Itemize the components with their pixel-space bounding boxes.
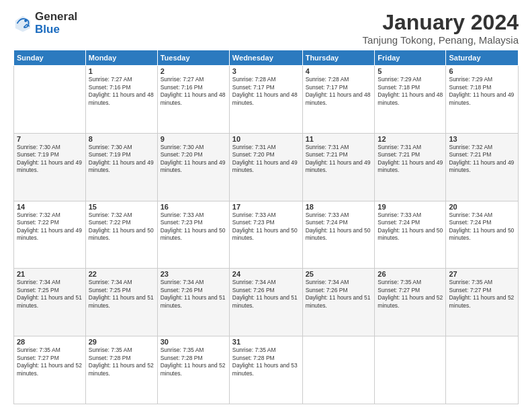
- day-info: Sunrise: 7:33 AMSunset: 7:24 PMDaylight:…: [306, 212, 372, 242]
- calendar-cell: 8Sunrise: 7:30 AMSunset: 7:19 PMDaylight…: [85, 133, 157, 201]
- day-info: Sunrise: 7:31 AMSunset: 7:21 PMDaylight:…: [378, 144, 443, 175]
- calendar-cell: 20Sunrise: 7:34 AMSunset: 7:24 PMDayligh…: [446, 201, 519, 269]
- day-number: 2: [161, 67, 226, 75]
- day-info: Sunrise: 7:31 AMSunset: 7:21 PMDaylight:…: [306, 144, 372, 175]
- logo-text: General Blue: [35, 11, 77, 36]
- day-number: 4: [306, 67, 372, 75]
- day-info: Sunrise: 7:30 AMSunset: 7:19 PMDaylight:…: [17, 144, 83, 175]
- day-number: 14: [17, 203, 83, 211]
- day-number: 10: [232, 135, 300, 143]
- day-number: 15: [89, 203, 154, 211]
- calendar-cell: 28Sunrise: 7:35 AMSunset: 7:27 PMDayligh…: [14, 336, 86, 404]
- calendar-cell: [302, 336, 375, 404]
- page: General Blue January 2024 Tanjung Tokong…: [0, 0, 532, 411]
- day-number: 30: [161, 338, 226, 346]
- calendar-cell: [375, 336, 446, 404]
- day-number: 5: [378, 67, 443, 75]
- calendar-cell: 17Sunrise: 7:33 AMSunset: 7:23 PMDayligh…: [229, 201, 302, 269]
- calendar-cell: 29Sunrise: 7:35 AMSunset: 7:28 PMDayligh…: [85, 336, 157, 404]
- calendar-cell: 25Sunrise: 7:34 AMSunset: 7:26 PMDayligh…: [302, 269, 375, 336]
- calendar-week-0: 1Sunrise: 7:27 AMSunset: 7:16 PMDaylight…: [14, 66, 519, 134]
- day-info: Sunrise: 7:35 AMSunset: 7:28 PMDaylight:…: [161, 347, 226, 377]
- day-number: 11: [306, 135, 372, 143]
- day-info: Sunrise: 7:33 AMSunset: 7:24 PMDaylight:…: [378, 212, 443, 242]
- calendar-cell: 31Sunrise: 7:35 AMSunset: 7:28 PMDayligh…: [229, 336, 302, 404]
- day-info: Sunrise: 7:35 AMSunset: 7:27 PMDaylight:…: [449, 279, 515, 310]
- calendar-cell: 2Sunrise: 7:27 AMSunset: 7:16 PMDaylight…: [157, 66, 229, 134]
- day-info: Sunrise: 7:34 AMSunset: 7:26 PMDaylight:…: [161, 279, 226, 310]
- day-info: Sunrise: 7:29 AMSunset: 7:18 PMDaylight:…: [449, 76, 515, 107]
- day-number: 19: [378, 203, 443, 211]
- calendar-cell: 26Sunrise: 7:35 AMSunset: 7:27 PMDayligh…: [375, 269, 446, 336]
- col-wednesday: Wednesday: [229, 50, 302, 66]
- calendar-week-1: 7Sunrise: 7:30 AMSunset: 7:19 PMDaylight…: [14, 133, 519, 201]
- calendar-cell: 9Sunrise: 7:30 AMSunset: 7:20 PMDaylight…: [157, 133, 229, 201]
- day-number: 17: [232, 203, 300, 211]
- day-number: 21: [17, 270, 83, 278]
- day-number: 18: [306, 203, 372, 211]
- day-number: 6: [449, 67, 515, 75]
- calendar-week-3: 21Sunrise: 7:34 AMSunset: 7:25 PMDayligh…: [14, 269, 519, 336]
- day-number: 26: [378, 270, 443, 278]
- calendar-cell: 1Sunrise: 7:27 AMSunset: 7:16 PMDaylight…: [85, 66, 157, 134]
- col-tuesday: Tuesday: [157, 50, 229, 66]
- calendar-cell: 3Sunrise: 7:28 AMSunset: 7:17 PMDaylight…: [229, 66, 302, 134]
- calendar-cell: 18Sunrise: 7:33 AMSunset: 7:24 PMDayligh…: [302, 201, 375, 269]
- day-info: Sunrise: 7:35 AMSunset: 7:27 PMDaylight:…: [378, 279, 443, 310]
- calendar-cell: 14Sunrise: 7:32 AMSunset: 7:22 PMDayligh…: [14, 201, 86, 269]
- day-number: 25: [306, 270, 372, 278]
- calendar-cell: 24Sunrise: 7:34 AMSunset: 7:26 PMDayligh…: [229, 269, 302, 336]
- day-number: 24: [232, 270, 300, 278]
- logo-blue-text: Blue: [35, 24, 77, 36]
- day-info: Sunrise: 7:32 AMSunset: 7:22 PMDaylight:…: [89, 212, 154, 242]
- day-number: 9: [161, 135, 226, 143]
- calendar-cell: 15Sunrise: 7:32 AMSunset: 7:22 PMDayligh…: [85, 201, 157, 269]
- calendar-cell: [14, 66, 86, 134]
- day-info: Sunrise: 7:34 AMSunset: 7:25 PMDaylight:…: [17, 279, 83, 310]
- day-number: 3: [232, 67, 300, 75]
- day-number: 29: [89, 338, 154, 346]
- day-info: Sunrise: 7:32 AMSunset: 7:22 PMDaylight:…: [17, 212, 83, 242]
- calendar-cell: 4Sunrise: 7:28 AMSunset: 7:17 PMDaylight…: [302, 66, 375, 134]
- calendar-cell: 21Sunrise: 7:34 AMSunset: 7:25 PMDayligh…: [14, 269, 86, 336]
- calendar-cell: 11Sunrise: 7:31 AMSunset: 7:21 PMDayligh…: [302, 133, 375, 201]
- calendar-cell: 27Sunrise: 7:35 AMSunset: 7:27 PMDayligh…: [446, 269, 519, 336]
- calendar-cell: 10Sunrise: 7:31 AMSunset: 7:20 PMDayligh…: [229, 133, 302, 201]
- logo-general-text: General: [35, 11, 77, 24]
- day-number: 22: [89, 270, 154, 278]
- day-info: Sunrise: 7:28 AMSunset: 7:17 PMDaylight:…: [232, 76, 300, 107]
- svg-point-1: [24, 19, 27, 21]
- calendar-cell: 5Sunrise: 7:29 AMSunset: 7:18 PMDaylight…: [375, 66, 446, 134]
- day-number: 13: [449, 135, 515, 143]
- day-number: 16: [161, 203, 226, 211]
- calendar-cell: 23Sunrise: 7:34 AMSunset: 7:26 PMDayligh…: [157, 269, 229, 336]
- day-info: Sunrise: 7:30 AMSunset: 7:20 PMDaylight:…: [161, 144, 226, 175]
- day-info: Sunrise: 7:32 AMSunset: 7:21 PMDaylight:…: [449, 144, 515, 175]
- day-number: 7: [17, 135, 83, 143]
- day-number: 8: [89, 135, 154, 143]
- day-info: Sunrise: 7:28 AMSunset: 7:17 PMDaylight:…: [306, 76, 372, 107]
- calendar-week-4: 28Sunrise: 7:35 AMSunset: 7:27 PMDayligh…: [14, 336, 519, 404]
- calendar-body: 1Sunrise: 7:27 AMSunset: 7:16 PMDaylight…: [14, 66, 519, 404]
- col-thursday: Thursday: [302, 50, 375, 66]
- main-title: January 2024: [363, 11, 519, 34]
- calendar-cell: 30Sunrise: 7:35 AMSunset: 7:28 PMDayligh…: [157, 336, 229, 404]
- calendar-cell: 6Sunrise: 7:29 AMSunset: 7:18 PMDaylight…: [446, 66, 519, 134]
- col-sunday: Sunday: [14, 50, 86, 66]
- calendar-cell: 16Sunrise: 7:33 AMSunset: 7:23 PMDayligh…: [157, 201, 229, 269]
- day-info: Sunrise: 7:34 AMSunset: 7:24 PMDaylight:…: [449, 212, 515, 242]
- calendar-cell: [446, 336, 519, 404]
- day-info: Sunrise: 7:31 AMSunset: 7:20 PMDaylight:…: [232, 144, 300, 175]
- col-friday: Friday: [375, 50, 446, 66]
- day-info: Sunrise: 7:34 AMSunset: 7:26 PMDaylight:…: [306, 279, 372, 310]
- day-info: Sunrise: 7:33 AMSunset: 7:23 PMDaylight:…: [232, 212, 300, 242]
- calendar-cell: 12Sunrise: 7:31 AMSunset: 7:21 PMDayligh…: [375, 133, 446, 201]
- calendar-header: Sunday Monday Tuesday Wednesday Thursday…: [14, 50, 519, 66]
- day-info: Sunrise: 7:29 AMSunset: 7:18 PMDaylight:…: [378, 76, 443, 107]
- day-info: Sunrise: 7:34 AMSunset: 7:26 PMDaylight:…: [232, 279, 300, 310]
- day-info: Sunrise: 7:35 AMSunset: 7:28 PMDaylight:…: [232, 347, 300, 377]
- title-block: January 2024 Tanjung Tokong, Penang, Mal…: [363, 11, 519, 46]
- subtitle: Tanjung Tokong, Penang, Malaysia: [363, 34, 519, 46]
- logo: General Blue: [13, 11, 77, 36]
- calendar-cell: 13Sunrise: 7:32 AMSunset: 7:21 PMDayligh…: [446, 133, 519, 201]
